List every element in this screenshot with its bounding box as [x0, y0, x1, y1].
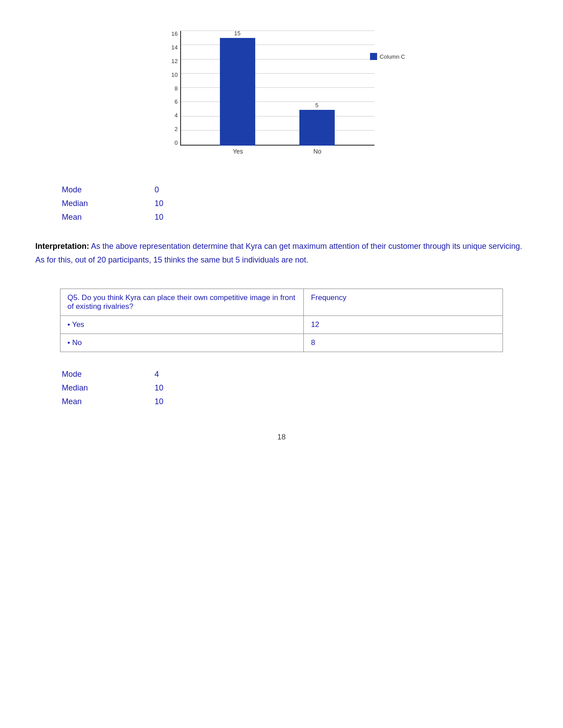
mean-label-2: Mean	[62, 397, 128, 406]
y-label-8: 8	[158, 86, 178, 91]
stats-section-1: Mode 0 Median 10 Mean 10	[35, 185, 528, 222]
bar-no-value: 5	[315, 102, 318, 109]
chart-section: 0 2 4 6 8 10 12 14 16 15	[35, 26, 528, 168]
y-label-2: 2	[158, 126, 178, 132]
question-cell: Q5. Do you think Kyra can place their ow…	[60, 289, 303, 316]
bullet-no: •	[68, 338, 72, 347]
legend-color-box	[370, 53, 377, 60]
y-label-16: 16	[158, 31, 178, 37]
y-label-0: 0	[158, 140, 178, 146]
option-yes-label: • Yes	[60, 316, 303, 334]
table-section: Q5. Do you think Kyra can place their ow…	[35, 289, 528, 352]
mode-label-1: Mode	[62, 185, 128, 195]
page-footer: 18	[35, 433, 528, 442]
median-label-2: Median	[62, 383, 128, 393]
x-label-no: No	[314, 148, 321, 155]
bar-chart: 0 2 4 6 8 10 12 14 16 15	[158, 26, 405, 168]
frequency-header: Frequency	[304, 289, 503, 316]
median-value-1: 10	[155, 199, 163, 208]
median-row-2: Median 10	[62, 383, 528, 393]
bars-container: 15 5	[180, 31, 374, 146]
y-label-10: 10	[158, 72, 178, 78]
table-header-row: Q5. Do you think Kyra can place their ow…	[60, 289, 503, 316]
median-row-1: Median 10	[62, 199, 528, 208]
bar-yes-rect	[220, 38, 255, 146]
option-yes-freq: 12	[304, 316, 503, 334]
bar-no: 5	[299, 102, 335, 146]
bar-yes-value: 15	[234, 30, 240, 37]
y-label-12: 12	[158, 58, 178, 64]
table-row-no: • No 8	[60, 334, 503, 352]
mode-row-2: Mode 4	[62, 370, 528, 379]
bullet-yes: •	[68, 320, 72, 329]
mode-value-1: 0	[155, 185, 159, 195]
interpretation-text: As the above representation determine th…	[35, 242, 522, 264]
q5-table: Q5. Do you think Kyra can place their ow…	[60, 289, 503, 352]
page-number: 18	[277, 433, 286, 441]
mode-label-2: Mode	[62, 370, 128, 379]
legend-label: Column C	[380, 53, 405, 60]
stats-section-2: Mode 4 Median 10 Mean 10	[35, 370, 528, 406]
interpretation-section: Interpretation: As the above representat…	[35, 240, 528, 266]
median-value-2: 10	[155, 383, 163, 393]
y-label-6: 6	[158, 99, 178, 105]
mode-value-2: 4	[155, 370, 159, 379]
table-row-yes: • Yes 12	[60, 316, 503, 334]
mean-value-1: 10	[155, 213, 163, 222]
mean-value-2: 10	[155, 397, 163, 406]
bar-yes: 15	[220, 30, 255, 146]
y-label-14: 14	[158, 45, 178, 50]
x-label-yes: Yes	[233, 148, 243, 155]
median-label-1: Median	[62, 199, 128, 208]
y-label-4: 4	[158, 113, 178, 118]
mode-row-1: Mode 0	[62, 185, 528, 195]
x-axis-labels: Yes No	[180, 148, 374, 155]
option-no-freq: 8	[304, 334, 503, 352]
mean-row-2: Mean 10	[62, 397, 528, 406]
y-axis-labels: 0 2 4 6 8 10 12 14 16	[158, 31, 178, 146]
interpretation-bold: Interpretation:	[35, 242, 89, 251]
mean-label-1: Mean	[62, 213, 128, 222]
bar-no-rect	[299, 110, 335, 146]
chart-legend: Column C	[370, 53, 405, 60]
mean-row-1: Mean 10	[62, 213, 528, 222]
option-no-label: • No	[60, 334, 303, 352]
